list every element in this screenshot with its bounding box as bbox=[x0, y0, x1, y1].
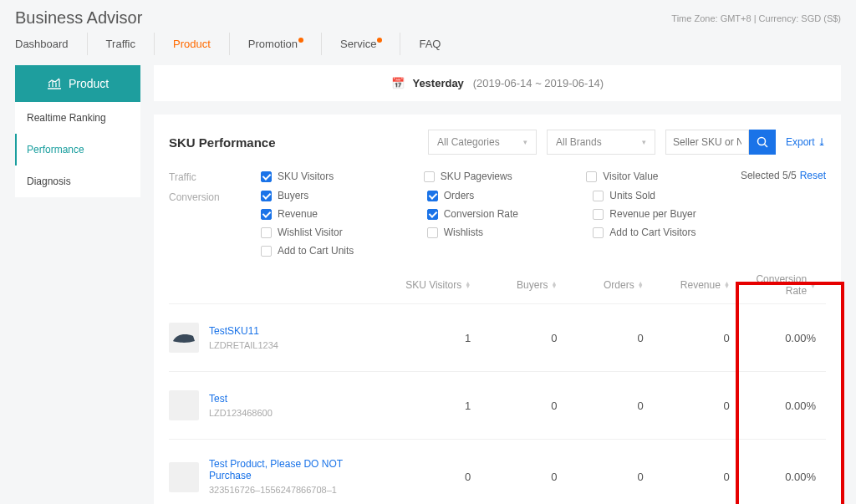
product-name-link[interactable]: TestSKU11 bbox=[209, 325, 278, 337]
cell-value: 0 bbox=[481, 400, 567, 412]
nav-service[interactable]: Service bbox=[322, 33, 400, 55]
metric-group-traffic: Traffic bbox=[169, 170, 261, 183]
app-title: Business Advisor bbox=[15, 8, 142, 28]
sidebar-head: Product bbox=[15, 65, 140, 102]
metric-orders[interactable]: Orders bbox=[427, 190, 585, 201]
cell-value: 0 bbox=[481, 471, 567, 483]
sort-icon: ▲▼ bbox=[810, 282, 816, 288]
panel-title: SKU Performance bbox=[169, 135, 418, 150]
nav-product[interactable]: Product bbox=[155, 33, 230, 55]
calendar-icon: 📅 bbox=[391, 77, 405, 89]
product-thumbnail bbox=[169, 323, 199, 353]
cell-value: 0 bbox=[654, 471, 740, 483]
reset-link[interactable]: Reset bbox=[800, 170, 826, 181]
table-row: Test LZD123468600 1 0 0 0 0.00% bbox=[169, 371, 826, 439]
cell-value: 1 bbox=[395, 400, 481, 412]
metric-add-cart-visitors[interactable]: Add to Cart Visitors bbox=[593, 227, 751, 238]
product-name-link[interactable]: Test Product, Please DO NOT Purchase bbox=[209, 458, 376, 481]
cell-value: 0 bbox=[481, 332, 567, 344]
svg-line-1 bbox=[764, 145, 767, 148]
date-range: (2019-06-14 ~ 2019-06-14) bbox=[473, 77, 604, 89]
cell-value: 1 bbox=[395, 332, 481, 344]
chart-icon bbox=[47, 78, 62, 89]
notification-dot-icon bbox=[377, 38, 382, 43]
col-conversion-rate[interactable]: Conversion Rate▲▼ bbox=[740, 273, 826, 297]
nav-promotion[interactable]: Promotion bbox=[230, 33, 322, 55]
timezone-label: Time Zone: GMT+8 | Currency: SGD (S$) bbox=[671, 13, 841, 23]
metric-wishlist-visitor[interactable]: Wishlist Visitor bbox=[261, 227, 419, 238]
sidebar-item-realtime[interactable]: Realtime Ranking bbox=[15, 102, 140, 134]
sidebar-item-diagnosis[interactable]: Diagnosis bbox=[15, 165, 140, 197]
product-code: 323516726–1556247866708–1 bbox=[209, 485, 337, 495]
col-orders[interactable]: Orders▲▼ bbox=[567, 273, 653, 297]
table-row: TestSKU11 LZDRETAIL1234 1 0 0 0 0.00% bbox=[169, 303, 826, 371]
metric-rev-per-buyer[interactable]: Revenue per Buyer bbox=[593, 208, 751, 220]
col-revenue[interactable]: Revenue▲▼ bbox=[654, 273, 740, 297]
col-buyers[interactable]: Buyers▲▼ bbox=[481, 273, 567, 297]
nav-traffic[interactable]: Traffic bbox=[88, 33, 155, 55]
cell-value: 0 bbox=[567, 471, 653, 483]
product-thumbnail bbox=[169, 390, 199, 420]
notification-dot-icon bbox=[298, 38, 303, 43]
sort-icon: ▲▼ bbox=[724, 282, 730, 288]
table-row: Test Product, Please DO NOT Purchase 323… bbox=[169, 439, 826, 504]
product-thumbnail bbox=[169, 462, 199, 492]
brand-select[interactable]: All Brands▾ bbox=[547, 130, 655, 155]
nav-faq[interactable]: FAQ bbox=[400, 33, 459, 55]
metric-conversion-rate[interactable]: Conversion Rate bbox=[427, 208, 585, 220]
product-name-link[interactable]: Test bbox=[209, 393, 273, 405]
metric-sku-visitors[interactable]: SKU Visitors bbox=[261, 170, 415, 183]
sidebar-head-label: Product bbox=[69, 77, 109, 90]
date-selector[interactable]: 📅 Yesterday (2019-06-14 ~ 2019-06-14) bbox=[154, 65, 841, 101]
sort-icon: ▲▼ bbox=[638, 282, 644, 288]
metric-group-conversion: Conversion bbox=[169, 190, 261, 257]
nav-dashboard[interactable]: Dashboard bbox=[15, 33, 88, 55]
date-label: Yesterday bbox=[412, 77, 463, 89]
metric-units-sold[interactable]: Units Sold bbox=[593, 190, 751, 201]
main-nav: Dashboard Traffic Product Promotion Serv… bbox=[0, 33, 856, 55]
search-button[interactable] bbox=[749, 130, 776, 155]
sort-icon: ▲▼ bbox=[551, 282, 557, 288]
category-select[interactable]: All Categories▾ bbox=[428, 130, 537, 155]
cell-value: 0 bbox=[567, 332, 653, 344]
svg-point-0 bbox=[757, 138, 765, 145]
selected-count: Selected 5/5Reset bbox=[741, 170, 826, 183]
export-link[interactable]: Export ⤓ bbox=[786, 136, 826, 148]
cell-value: 0 bbox=[654, 400, 740, 412]
nav-service-label: Service bbox=[340, 38, 376, 50]
chevron-down-icon: ▾ bbox=[523, 138, 527, 146]
metric-buyers[interactable]: Buyers bbox=[261, 190, 419, 201]
cell-value: 0 bbox=[395, 471, 481, 483]
product-code: LZD123468600 bbox=[209, 408, 273, 418]
col-sku-visitors[interactable]: SKU Visitors▲▼ bbox=[395, 273, 481, 297]
sort-icon: ▲▼ bbox=[465, 282, 471, 288]
search-input[interactable] bbox=[665, 130, 749, 155]
search-icon bbox=[757, 136, 768, 148]
metric-sku-pageviews[interactable]: SKU Pageviews bbox=[424, 170, 578, 183]
metric-visitor-value[interactable]: Visitor Value bbox=[586, 170, 741, 183]
chevron-down-icon: ▾ bbox=[642, 138, 646, 146]
cell-value: 0 bbox=[567, 400, 653, 412]
cell-value: 0.00% bbox=[740, 332, 826, 344]
sidebar-item-performance[interactable]: Performance bbox=[15, 134, 140, 165]
cell-value: 0.00% bbox=[740, 400, 826, 412]
table-header: SKU Visitors▲▼ Buyers▲▼ Orders▲▼ Revenue… bbox=[169, 267, 826, 303]
cell-value: 0 bbox=[654, 332, 740, 344]
cell-value: 0.00% bbox=[740, 471, 826, 483]
nav-promotion-label: Promotion bbox=[248, 38, 298, 50]
metric-add-cart-units[interactable]: Add to Cart Units bbox=[261, 245, 419, 257]
product-code: LZDRETAIL1234 bbox=[209, 340, 278, 350]
metric-wishlists[interactable]: Wishlists bbox=[427, 227, 585, 238]
sidebar: Product Realtime Ranking Performance Dia… bbox=[15, 65, 140, 197]
metric-revenue[interactable]: Revenue bbox=[261, 208, 419, 220]
sku-table: SKU Visitors▲▼ Buyers▲▼ Orders▲▼ Revenue… bbox=[169, 267, 826, 504]
